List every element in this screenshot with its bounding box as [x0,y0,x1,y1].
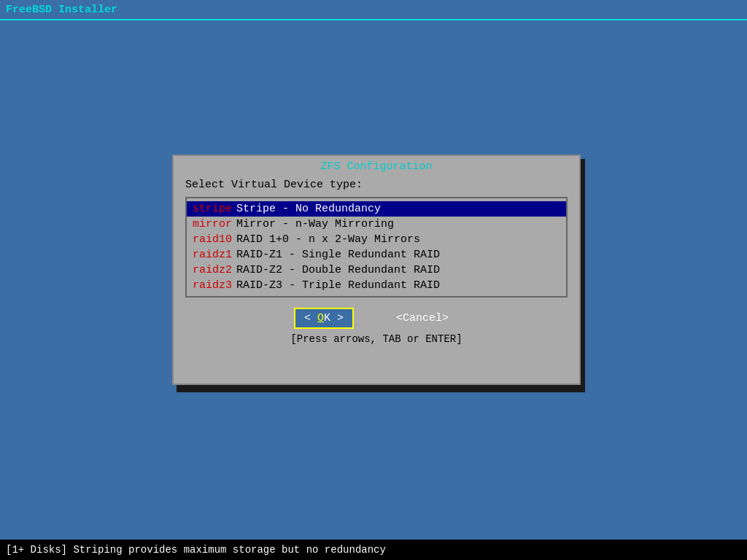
item-desc-stripe: Stripe - No Redundancy [236,203,381,215]
ok-button[interactable]: < OK > [295,309,352,327]
dialog-subtitle: Select Virtual Device type: [174,176,579,197]
top-bar: FreeBSD Installer [0,0,747,20]
list-item[interactable]: raid10 RAID 1+0 - n x 2-Way Mirrors [187,232,566,247]
item-key-mirror: mirror [193,218,236,230]
list-item[interactable]: raidz2 RAID-Z2 - Double Redundant RAID [187,262,566,278]
list-item[interactable]: mirror Mirror - n-Way Mirroring [187,217,566,232]
zfs-config-dialog: ZFS Configuration Select Virtual Device … [172,155,581,385]
item-desc-raidz2: RAID-Z2 - Double Redundant RAID [236,264,440,276]
vdev-type-list[interactable]: stripe Stripe - No Redundancy mirror Mir… [185,197,568,298]
item-key-raidz2: raidz2 [193,264,236,276]
list-item[interactable]: raidz3 RAID-Z3 - Triple Redundant RAID [187,278,566,293]
bottom-bar: [1+ Disks] Striping provides maximum sto… [0,540,747,560]
item-key-raid10: raid10 [193,233,236,246]
item-desc-mirror: Mirror - n-Way Mirroring [236,218,394,230]
item-desc-raidz3: RAID-Z3 - Triple Redundant RAID [236,279,440,292]
dialog-title: ZFS Configuration [174,156,579,176]
item-desc-raidz1: RAID-Z1 - Single Redundant RAID [236,249,440,261]
item-key-raidz3: raidz3 [193,279,236,292]
cancel-button[interactable]: <Cancel> [387,309,457,327]
status-text: [1+ Disks] Striping provides maximum sto… [6,544,386,556]
item-desc-raid10: RAID 1+0 - n x 2-Way Mirrors [236,233,420,246]
item-key-raidz1: raidz1 [193,249,236,261]
list-item[interactable]: raidz1 RAID-Z1 - Single Redundant RAID [187,247,566,262]
buttons-area: < OK > <Cancel> [174,309,579,327]
list-item[interactable]: stripe Stripe - No Redundancy [187,201,566,217]
item-key-stripe: stripe [193,203,236,215]
hint-text: [Press arrows, TAB or ENTER] [174,333,579,345]
app-title: FreeBSD Installer [6,4,117,16]
